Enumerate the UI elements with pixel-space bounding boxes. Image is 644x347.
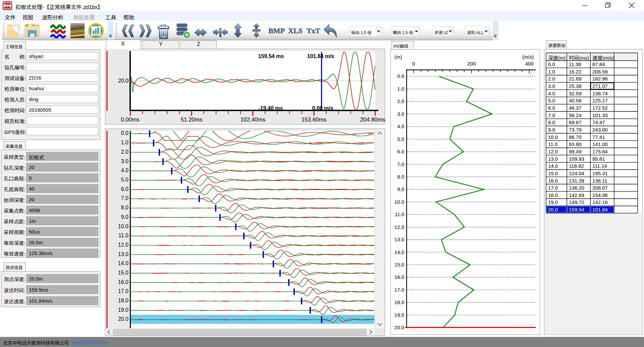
svg-text:TxT: TxT <box>307 27 320 35</box>
svg-text:XLS: XLS <box>288 27 303 35</box>
svg-text:Z D: Z D <box>5 5 9 7</box>
svg-text:BMP: BMP <box>268 27 285 35</box>
